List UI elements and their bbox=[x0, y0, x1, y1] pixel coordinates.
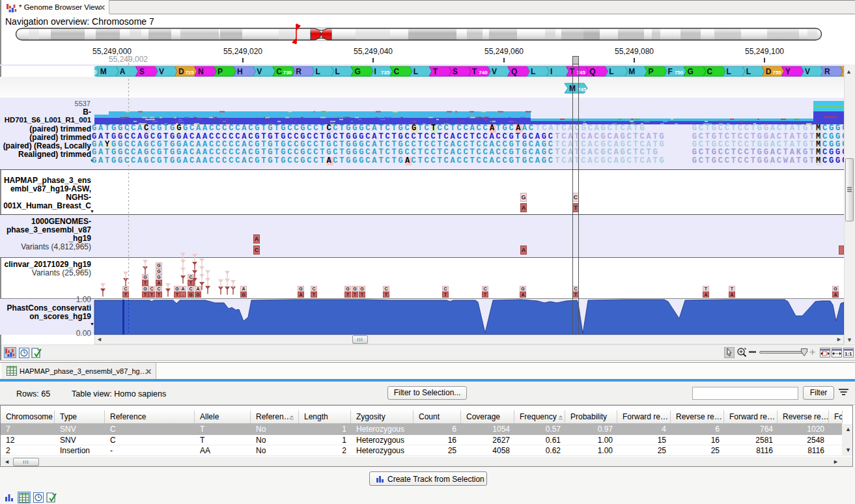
svg-text:750: 750 bbox=[675, 70, 684, 76]
svg-text:S: S bbox=[453, 67, 458, 76]
svg-text:730: 730 bbox=[283, 70, 292, 76]
svg-text:L: L bbox=[531, 67, 535, 76]
svg-text:T: T bbox=[472, 67, 477, 76]
svg-text:0: 0 bbox=[94, 69, 97, 76]
svg-text:735: 735 bbox=[381, 70, 390, 76]
svg-text:Q: Q bbox=[511, 67, 517, 76]
svg-text:V: V bbox=[492, 67, 497, 76]
svg-text:P: P bbox=[648, 67, 653, 76]
svg-text:740: 740 bbox=[479, 70, 488, 76]
svg-text:I: I bbox=[374, 67, 376, 76]
svg-text:L: L bbox=[727, 67, 731, 76]
svg-text:A: A bbox=[120, 67, 126, 76]
svg-text:M: M bbox=[100, 67, 107, 76]
svg-text:Y: Y bbox=[785, 67, 791, 76]
svg-text:V: V bbox=[159, 67, 164, 76]
svg-text:Q: Q bbox=[589, 67, 595, 76]
svg-text:G: G bbox=[355, 67, 361, 76]
svg-text:745: 745 bbox=[578, 87, 587, 92]
svg-text:V: V bbox=[257, 67, 262, 76]
svg-text:R: R bbox=[296, 67, 301, 76]
svg-text:V: V bbox=[805, 67, 810, 76]
svg-text:D: D bbox=[766, 67, 772, 76]
svg-text:T: T bbox=[433, 67, 438, 76]
svg-text:L: L bbox=[746, 67, 751, 76]
svg-text:S: S bbox=[139, 67, 145, 76]
svg-text:1:1: 1:1 bbox=[845, 351, 852, 356]
svg-text:F: F bbox=[667, 67, 672, 76]
svg-text:L: L bbox=[315, 67, 320, 76]
svg-text:I: I bbox=[550, 67, 552, 76]
svg-text:C: C bbox=[394, 67, 400, 76]
svg-text:725: 725 bbox=[185, 70, 194, 76]
svg-text:L: L bbox=[335, 67, 339, 76]
svg-text:N: N bbox=[198, 67, 204, 76]
svg-text:C: C bbox=[707, 67, 713, 76]
svg-text:G: G bbox=[688, 67, 694, 76]
svg-text:L: L bbox=[413, 67, 418, 76]
svg-text:L: L bbox=[609, 67, 613, 76]
svg-text:P: P bbox=[217, 67, 223, 76]
svg-text:R: R bbox=[824, 67, 830, 76]
svg-text:M: M bbox=[628, 67, 635, 76]
svg-text:C: C bbox=[276, 67, 282, 76]
svg-text:H: H bbox=[237, 67, 243, 76]
svg-text:D: D bbox=[178, 67, 184, 76]
svg-text:755: 755 bbox=[772, 70, 781, 76]
